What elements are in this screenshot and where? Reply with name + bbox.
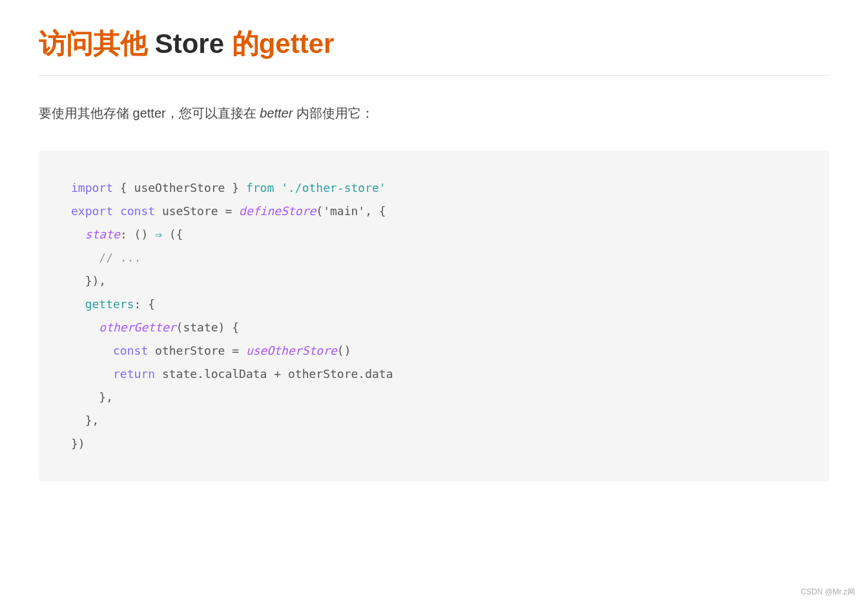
description: 要使用其他存储 getter，您可以直接在 better 内部使用它： (39, 101, 829, 125)
code-content: import { useOtherStore } from './other-s… (71, 176, 797, 456)
code-block: import { useOtherStore } from './other-s… (39, 151, 829, 481)
title-english: Store (147, 28, 232, 59)
page-title: 访问其他 Store 的getter (39, 26, 829, 76)
title-chinese: 访问其他 (39, 28, 147, 59)
title-suffix: 的getter (232, 28, 335, 59)
watermark: CSDN @Mr.z网 (801, 587, 855, 598)
